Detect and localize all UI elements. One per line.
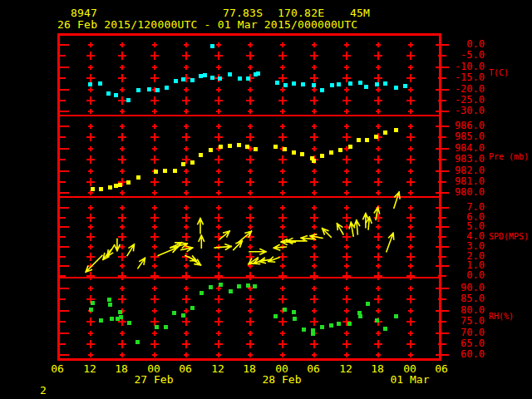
data-point [403, 84, 407, 88]
wind-arrow [107, 246, 114, 257]
data-point [173, 169, 177, 173]
data-point [181, 77, 185, 81]
data-point [283, 147, 287, 151]
data-point [210, 44, 214, 48]
wind-arrow [273, 245, 286, 250]
x-hour-label: 06 [47, 363, 68, 374]
wind-arrow [394, 192, 400, 208]
data-point [246, 283, 250, 288]
x-hour-label: 06 [303, 363, 324, 374]
station-latitude: 77.83S [223, 7, 263, 18]
data-point [228, 144, 232, 148]
data-point [91, 301, 95, 305]
data-point [320, 154, 324, 158]
data-point [190, 306, 195, 310]
y-tick-label: 980.0 [444, 186, 485, 198]
y-tick-label: 65.0 [444, 337, 485, 349]
data-point [300, 152, 304, 156]
data-point [383, 131, 387, 135]
data-point [292, 310, 296, 314]
panel-label-temperature: T(C) [489, 68, 509, 77]
data-point [275, 81, 279, 85]
wind-arrow [249, 249, 266, 254]
y-tick-label: 70.0 [444, 327, 485, 338]
x-hour-label: 06 [431, 363, 452, 374]
x-date-label: 28 Feb [257, 374, 307, 385]
data-point [89, 308, 93, 312]
data-point [375, 318, 379, 323]
x-hour-label: 06 [175, 363, 196, 374]
y-tick-label: -20.0 [444, 83, 485, 95]
data-point [114, 93, 118, 97]
relative_humidity-series [89, 283, 398, 344]
wind-arrow [138, 258, 145, 268]
station-longitude: 170.82E [278, 7, 324, 18]
data-point [237, 143, 241, 147]
data-point [181, 162, 185, 166]
y-tick-label: 60.0 [444, 348, 485, 360]
data-point [348, 145, 352, 149]
data-point [99, 318, 103, 323]
data-point [375, 82, 379, 86]
wind-arrow [337, 224, 343, 234]
data-point [203, 73, 207, 77]
data-point [337, 82, 341, 86]
data-point [108, 303, 112, 307]
x-date-label: 27 Feb [129, 374, 179, 385]
data-point [311, 332, 315, 336]
data-point [126, 98, 131, 102]
data-point [394, 128, 398, 132]
data-point [126, 180, 131, 185]
data-point [200, 291, 204, 295]
time-period-label: 26 Feb 2015/120000UTC - 01 Mar 2015/0000… [57, 19, 357, 30]
data-point [119, 315, 123, 319]
data-point [256, 71, 260, 76]
wind-arrow [323, 229, 332, 238]
data-point [245, 145, 249, 149]
data-point [283, 83, 288, 87]
wind-arrow [127, 244, 134, 256]
data-point [88, 82, 92, 86]
data-point [165, 86, 169, 90]
data-point [383, 327, 387, 331]
data-point [181, 313, 185, 318]
data-point [135, 340, 140, 344]
y-tick-label: -25.0 [444, 94, 485, 106]
data-point [320, 88, 324, 92]
x-hour-label: 12 [79, 363, 101, 374]
data-point [172, 311, 176, 315]
data-point [136, 175, 140, 180]
data-point [155, 88, 160, 92]
data-point [358, 314, 362, 318]
data-point [320, 325, 324, 329]
data-point [312, 159, 316, 163]
data-point [357, 138, 361, 142]
data-point [337, 322, 341, 326]
data-point [136, 88, 140, 92]
x-hour-label: 18 [367, 363, 388, 374]
data-point [237, 284, 241, 288]
wind_speed-series [86, 192, 400, 272]
data-point [99, 187, 103, 191]
wind-arrow [115, 239, 120, 251]
data-point [107, 298, 111, 302]
data-point [329, 323, 333, 328]
data-point [155, 325, 159, 329]
data-point [174, 79, 178, 83]
panel-label-wind-speed: SPD(MPS) [489, 232, 529, 241]
wind-arrow [349, 222, 354, 236]
panel-label-humidity: RH(%) [489, 312, 514, 321]
data-point [273, 145, 278, 149]
y-tick-label: 984.0 [444, 142, 485, 154]
wind-arrow [220, 231, 230, 239]
y-tick-label: 982.0 [444, 165, 485, 176]
data-point [246, 76, 250, 81]
x-date-label: 01 Mar [385, 374, 435, 385]
data-point [292, 150, 296, 155]
data-point [164, 325, 168, 329]
data-point [106, 91, 111, 96]
x-hour-label: 12 [207, 363, 229, 374]
data-point [118, 310, 122, 314]
data-point [283, 308, 287, 312]
data-point [338, 148, 342, 152]
